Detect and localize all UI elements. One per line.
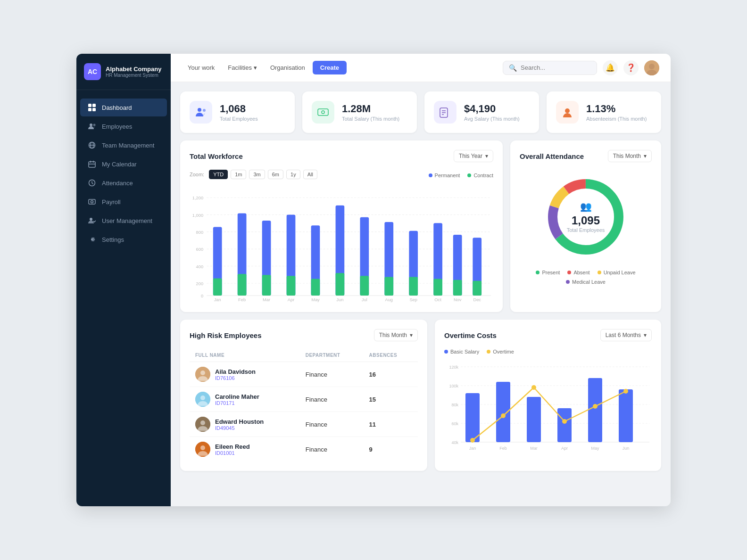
sidebar-item-employees[interactable]: Employees	[80, 117, 167, 135]
unpaid-label: Unpaid Leave	[604, 270, 636, 275]
emp-cell: Eileen Reed ID01001	[190, 437, 300, 462]
sidebar-item-team[interactable]: Team Management	[80, 136, 167, 154]
emp-dept: Finance	[300, 362, 364, 387]
svg-text:Apr: Apr	[288, 297, 295, 302]
zoom-3m[interactable]: 3m	[249, 170, 265, 179]
topbar-nav: Your work Facilities ▾ Organisation Crea…	[182, 61, 491, 74]
main-area: Your work Facilities ▾ Organisation Crea…	[171, 54, 671, 506]
sidebar-item-dashboard[interactable]: Dashboard	[80, 99, 167, 116]
svg-rect-106	[527, 397, 541, 442]
contract-label: Contract	[473, 173, 493, 178]
svg-point-112	[531, 385, 536, 390]
avg-salary-label: Avg Salary (This month)	[464, 116, 520, 122]
svg-text:1,200: 1,200	[192, 196, 203, 200]
svg-point-89	[200, 395, 205, 400]
permanent-dot	[429, 173, 432, 177]
sidebar-item-user-management[interactable]: User Management	[80, 212, 167, 230]
svg-point-87	[200, 371, 205, 375]
svg-rect-1	[92, 104, 96, 107]
unpaid-dot	[598, 271, 601, 274]
svg-rect-109	[619, 389, 633, 442]
high-risk-period: This Month	[379, 332, 407, 338]
svg-point-113	[562, 419, 567, 424]
nav-your-work[interactable]: Your work	[182, 61, 220, 74]
present-label: Present	[542, 270, 560, 275]
svg-text:Jun: Jun	[622, 446, 630, 451]
legend-contract: Contract	[467, 173, 493, 178]
svg-point-5	[93, 124, 96, 126]
nav-organisation[interactable]: Organisation	[265, 61, 311, 74]
zoom-all[interactable]: All	[303, 170, 317, 179]
sidebar-label-attendance: Attendance	[102, 180, 133, 187]
stat-cards: 1,068 Total Employees 1.28M	[180, 91, 661, 133]
svg-rect-3	[92, 108, 96, 111]
globe-icon	[88, 141, 96, 149]
attendance-period-select[interactable]: This Month ▾	[608, 150, 652, 162]
employees-icon	[190, 101, 212, 124]
sidebar-item-attendance[interactable]: Attendance	[80, 174, 167, 192]
zoom-1y[interactable]: 1y	[286, 170, 300, 179]
svg-text:Mar: Mar	[530, 446, 538, 451]
notifications-button[interactable]: 🔔	[603, 60, 618, 75]
high-risk-header: High Risk Employees This Month ▾	[190, 329, 418, 341]
clock-icon	[88, 179, 96, 187]
zoom-1m[interactable]: 1m	[231, 170, 246, 179]
user-avatar[interactable]	[644, 60, 659, 75]
help-button[interactable]: ❓	[623, 60, 639, 75]
present-dot	[536, 271, 540, 274]
stat-salary-text: 1.28M Total Salary (This month)	[342, 103, 399, 122]
search-box[interactable]: 🔍	[503, 61, 597, 75]
absenteeism-value: 1.13%	[586, 103, 647, 115]
table-row[interactable]: Aila Davidson ID76106 Finance 16	[190, 362, 418, 387]
employees-value: 1,068	[220, 103, 258, 115]
svg-point-24	[322, 111, 324, 114]
help-icon: ❓	[626, 63, 636, 72]
stat-employees-text: 1,068 Total Employees	[220, 103, 258, 122]
table-row[interactable]: Edward Houston ID49045 Finance 11	[190, 412, 418, 437]
sidebar-item-calendar[interactable]: My Calendar	[80, 155, 167, 173]
gear-icon	[88, 235, 96, 244]
donut-legend: Present Absent Unpaid Leave	[520, 270, 652, 285]
donut-wrapper: 👥 1,095 Total Employees	[543, 174, 628, 259]
overtime-card: Overtime Costs Last 6 Months ▾ Basic Sal…	[435, 320, 661, 471]
svg-rect-108	[588, 378, 602, 442]
zoom-ytd[interactable]: YTD	[209, 170, 228, 179]
svg-rect-49	[238, 274, 247, 296]
svg-rect-55	[311, 279, 320, 296]
nav-facilities[interactable]: Facilities ▾	[222, 61, 263, 74]
workforce-period-select[interactable]: This Year ▾	[454, 150, 493, 162]
overtime-dot	[487, 350, 490, 354]
stat-card-absenteeism: 1.13% Absenteeism (This month)	[547, 91, 661, 133]
svg-text:Oct: Oct	[434, 297, 441, 302]
search-input[interactable]	[521, 64, 591, 71]
emp-name: Aila Davidson	[215, 368, 256, 375]
emp-cell: Caroline Maher ID70171	[190, 387, 300, 412]
svg-text:60k: 60k	[451, 421, 458, 426]
sidebar-item-settings[interactable]: Settings	[80, 231, 167, 248]
svg-rect-67	[453, 280, 462, 296]
chevron-down-icon: ▾	[485, 153, 488, 159]
donut-container: 👥 1,095 Total Employees Present	[520, 170, 652, 285]
svg-point-91	[200, 420, 205, 425]
svg-text:Sep: Sep	[409, 297, 417, 302]
medical-dot	[566, 280, 570, 284]
high-risk-period-select[interactable]: This Month ▾	[374, 329, 418, 341]
svg-text:Apr: Apr	[561, 446, 568, 451]
legend-absent: Absent	[567, 270, 589, 275]
table-row[interactable]: Eileen Reed ID01001 Finance 9	[190, 437, 418, 462]
col-absences: Absences	[364, 349, 418, 362]
emp-cell: Edward Houston ID49045	[190, 412, 300, 437]
workforce-title: Total Workforce	[190, 152, 243, 160]
zoom-6m[interactable]: 6m	[268, 170, 283, 179]
overtime-period-select[interactable]: Last 6 Months ▾	[600, 329, 652, 341]
sidebar-label-dashboard: Dashboard	[102, 104, 132, 111]
svg-rect-65	[433, 279, 442, 296]
create-button[interactable]: Create	[313, 61, 347, 74]
overtime-label: Overtime	[493, 349, 514, 354]
attendance-chart-card: Overall Attendance This Month ▾	[510, 140, 661, 312]
table-row[interactable]: Caroline Maher ID70171 Finance 15	[190, 387, 418, 412]
sidebar-item-payroll[interactable]: Payroll	[80, 193, 167, 211]
emp-absences: 15	[364, 387, 418, 412]
svg-text:Mar: Mar	[263, 297, 270, 302]
svg-rect-23	[318, 109, 328, 115]
